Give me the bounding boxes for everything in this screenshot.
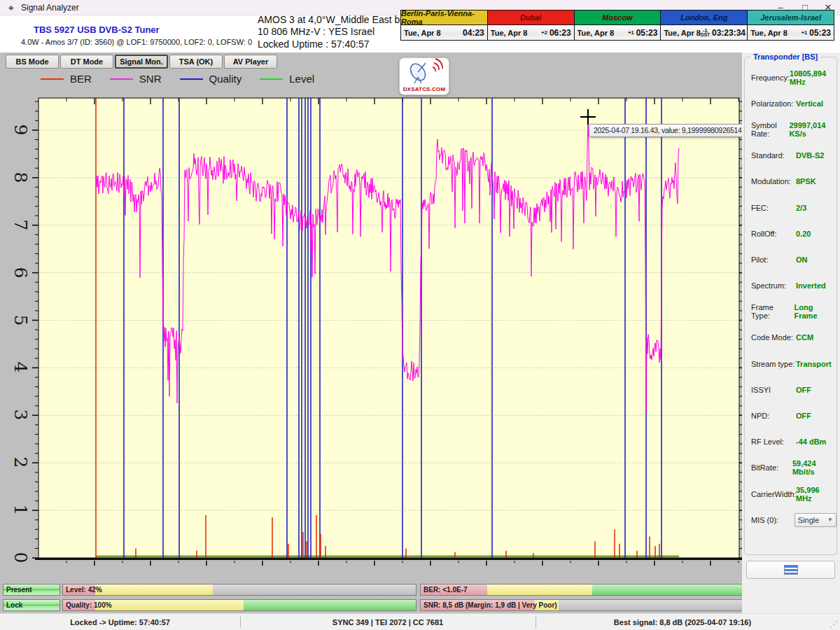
ber-meter: BER: <1.0E-7 [420, 584, 768, 596]
meter-fill [95, 584, 213, 595]
y-axis-label: 5 [10, 311, 31, 329]
clock-date: Tue, Apr 8 [404, 29, 441, 37]
clock-time-row: Tue, Apr 8+105:23 [575, 25, 661, 40]
clock-offset: -1DST [701, 29, 710, 37]
transponder-row: RollOff:0.20 [745, 220, 836, 246]
y-axis-label: 7 [10, 216, 31, 234]
row-value: Long Frame [794, 303, 837, 320]
clock-offset-value: +1 [628, 31, 634, 35]
world-clocks: Berlin-Paris-Vienna-RomaTue, Apr 804:23D… [401, 10, 834, 41]
legend-item: SNR [110, 73, 162, 85]
clock-time-row: Tue, Apr 8+105:23 [748, 25, 834, 40]
row-value: -44 dBm [796, 438, 826, 446]
world-clock: MoscowTue, Apr 8+105:23 [574, 10, 662, 41]
y-axis-label: 0 [10, 549, 31, 567]
tab-av-player[interactable]: AV Player [224, 55, 277, 69]
legend-label: BER [70, 73, 92, 85]
info-line: AMOS 3 at 4,0°W_Middle East beam [258, 14, 424, 27]
row-label: BitRate: [751, 463, 792, 472]
y-axis-label: 1 [10, 501, 31, 519]
row-value: CCM [796, 333, 813, 342]
meter-label: BER: <1.0E-7 [424, 584, 468, 596]
row-value: 59,424 Mbit/s [792, 459, 836, 476]
legend-swatch [260, 78, 283, 80]
signal-chart[interactable] [31, 94, 742, 578]
resize-grip[interactable]: ⋰ [830, 620, 838, 629]
legend: BERSNRQualityLevel [41, 73, 332, 85]
clock-time-row: Tue, Apr 8-1DST03:23:34 [661, 25, 747, 40]
row-value: OFF [796, 386, 811, 394]
row-label: Polarization: [751, 99, 796, 108]
y-axis-label: 3 [10, 406, 31, 424]
row-label: FEC: [751, 204, 796, 212]
clock-date: Tue, Apr 8 [750, 29, 788, 37]
clock-time: 04:23 [463, 28, 484, 38]
row-value: 2/3 [796, 204, 806, 212]
legend-item: Quality [180, 73, 242, 85]
disk-icon [784, 565, 798, 575]
meter-label: Quality: 100% [66, 600, 112, 611]
world-clock: Berlin-Paris-Vienna-RomaTue, Apr 804:23 [400, 10, 488, 41]
clock-city: Berlin-Paris-Vienna-Roma [401, 10, 487, 25]
tab-bs-mode[interactable]: BS Mode [6, 55, 59, 69]
row-label: Frequency: [751, 74, 790, 82]
legend-swatch [110, 78, 133, 80]
meter-label: Level: 42% [66, 584, 102, 596]
clock-offset: +1 [628, 31, 634, 35]
lock-indicator: Lock [3, 599, 60, 611]
transponder-groupbox: Transponder [BS] Frequency:10805,894 MHz… [744, 57, 837, 555]
meter-fill [487, 584, 592, 595]
clock-offset-value: +2 [541, 31, 547, 35]
capture-button[interactable] [746, 561, 835, 579]
row-value: Vertical [796, 99, 823, 108]
clock-date: Tue, Apr 8 [491, 29, 528, 37]
tuner-title: TBS 5927 USB DVB-S2 Tuner [34, 24, 160, 35]
row-value: Transport [796, 360, 832, 368]
transponder-row: Modulation:8PSK [745, 169, 836, 195]
chart-plot[interactable]: 2025-04-07 19.16.43, value: 9,1999998092… [31, 94, 742, 578]
row-label: Stream type: [751, 360, 796, 368]
y-axis-label: 9 [10, 120, 31, 139]
row-value: DVB-S2 [796, 151, 824, 160]
row-value: 8PSK [796, 177, 816, 186]
transponder-row: Frequency:10805,894 MHz [745, 64, 836, 90]
transponder-rows: Frequency:10805,894 MHzPolarization:Vert… [745, 64, 836, 533]
chevron-down-icon: ▼ [827, 517, 833, 523]
transponder-row: ISSYIOFF [745, 377, 836, 402]
mis-dropdown[interactable]: Single▼ [794, 513, 836, 527]
row-label: RF Level: [751, 438, 796, 446]
tab-bar: BS ModeDT ModeSignal Mon.TSA (OK)AV Play… [6, 55, 277, 69]
tab-signal-mon-[interactable]: Signal Mon. [115, 55, 168, 69]
clock-time-row: Tue, Apr 804:23 [401, 25, 487, 40]
row-value: ON [796, 255, 808, 264]
quality-meter: Quality: 100% [62, 599, 416, 611]
row-label: CarrierWidth: [751, 490, 796, 498]
transponder-row: FEC:2/3 [745, 195, 836, 220]
statusbar-best-signal: Best signal: 8,8 dB (2025-04-07 19:16) [536, 614, 830, 630]
clock-offset: +2 [541, 31, 547, 35]
legend-label: Level [289, 73, 314, 85]
info-line: 10 806 MHz-V : YES Israel [258, 26, 424, 38]
legend-swatch [180, 78, 203, 80]
dxsatcs-logo: DXSATCS.COM [399, 57, 449, 95]
tab-tsa-ok-[interactable]: TSA (OK) [169, 55, 223, 69]
transponder-row: Standard:DVB-S2 [745, 143, 836, 169]
clock-dst-flag: DST [701, 33, 710, 37]
present-indicator: Present [3, 584, 60, 596]
world-clock: Jerusalem-IsraelTue, Apr 8+105:23 [747, 10, 834, 41]
clock-date: Tue, Apr 8 [664, 29, 701, 37]
meter-fill [592, 584, 767, 595]
clock-time: 06:23 [550, 28, 571, 38]
transponder-row: BitRate:59,424 Mbit/s [745, 455, 836, 481]
world-clock: DubaiTue, Apr 8+206:23 [487, 10, 575, 41]
transponder-row: CarrierWidth:35,996 MHz [745, 481, 836, 507]
row-label: RollOff: [751, 230, 796, 238]
transponder-row: Frame Type:Long Frame [745, 299, 836, 325]
clock-city: London, Eng [661, 10, 747, 25]
tab-dt-mode[interactable]: DT Mode [60, 55, 113, 69]
clock-time: 03:23:34 [712, 28, 746, 38]
mis-selected-value: Single [798, 516, 820, 524]
legend-item: BER [41, 73, 92, 85]
clock-time-row: Tue, Apr 8+206:23 [488, 25, 574, 40]
row-label: Standard: [751, 151, 796, 160]
